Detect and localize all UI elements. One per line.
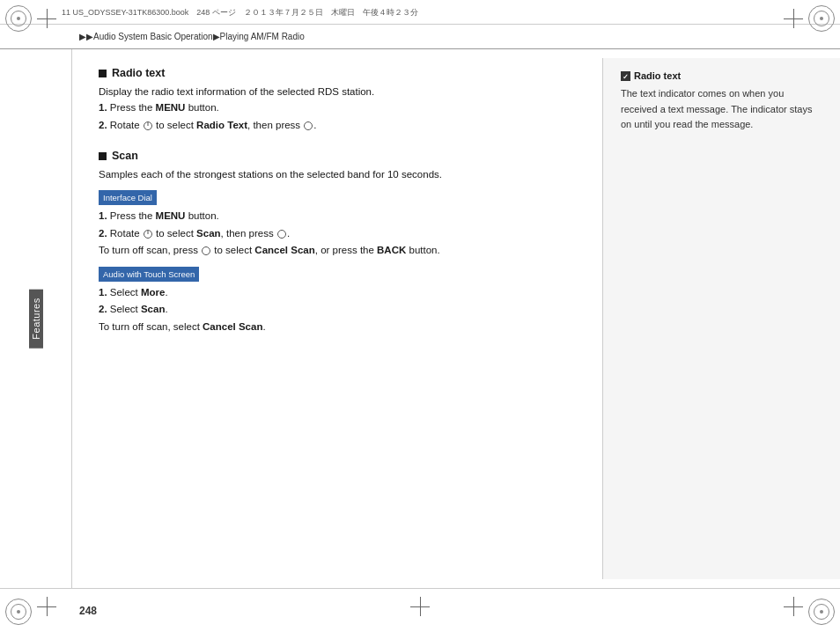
right-note-title: ✓ Radio text <box>621 70 822 81</box>
checkbox-icon: ✓ <box>621 71 630 81</box>
radio-text-title: Radio text <box>112 67 165 79</box>
corner-dot-bottom-right <box>820 610 823 614</box>
radio-text-section: Radio text Display the radio text inform… <box>99 67 586 134</box>
radio-text-intro: Display the radio text information of th… <box>99 84 586 99</box>
scan-touch-step1: 1. Select More. <box>99 284 586 302</box>
main-content: Radio text Display the radio text inform… <box>72 49 840 588</box>
press-icon-cancel <box>202 246 210 255</box>
corner-circle-inner-bottom-right <box>814 604 829 620</box>
radio-text-heading: Radio text <box>99 67 586 79</box>
scan-interface-step1: 1. Press the MENU button. <box>99 208 586 225</box>
radio-text-body: Display the radio text information of th… <box>99 84 586 134</box>
scan-interface-step2: 2. Rotate to select Scan, then press . <box>99 225 586 243</box>
scan-touch-cancel: To turn off scan, select Cancel Scan. <box>99 319 586 336</box>
file-info-text: 11 US_ODYSSEY-31TK86300.book 248 ページ ２０１… <box>62 6 418 18</box>
corner-circle-inner-bottom-left <box>11 604 26 620</box>
left-column: Radio text Display the radio text inform… <box>72 49 602 588</box>
corner-circle-bottom-right <box>808 599 835 625</box>
press-icon <box>304 121 313 130</box>
scan-touch-step2: 2. Select Scan. <box>99 301 586 319</box>
top-strip: 11 US_ODYSSEY-31TK86300.book 248 ページ ２０１… <box>0 0 840 25</box>
scan-title: Scan <box>112 150 138 162</box>
black-square-icon <box>99 70 107 77</box>
press-icon-scan <box>277 230 286 239</box>
scan-heading: Scan <box>99 150 586 162</box>
radio-text-step1: 1. Press the MENU button. <box>99 99 586 117</box>
scan-section: Scan Samples each of the strongest stati… <box>99 150 586 335</box>
scan-intro: Samples each of the strongest stations o… <box>99 166 586 182</box>
touch-screen-badge: Audio with Touch Screen <box>99 267 199 282</box>
breadcrumb-bar: ▶▶Audio System Basic Operation▶Playing A… <box>0 25 840 49</box>
crosshair-bottom-left-icon <box>37 597 56 616</box>
breadcrumb-text: ▶▶Audio System Basic Operation▶Playing A… <box>79 32 305 41</box>
radio-text-step2: 2. Rotate to select Radio Text, then pre… <box>99 117 586 135</box>
interface-dial-badge: Interface Dial <box>99 190 157 205</box>
page-container: 11 US_ODYSSEY-31TK86300.book 248 ページ ２０１… <box>0 0 840 632</box>
crosshair-bottom-center-icon <box>410 597 430 616</box>
features-label: Features <box>29 289 43 348</box>
crosshair-bottom-right-icon <box>784 597 803 616</box>
corner-circle-bottom-left <box>5 599 32 625</box>
corner-dot-bottom-left <box>17 610 20 614</box>
right-note-title-text: Radio text <box>634 70 681 81</box>
dial-icon <box>144 121 152 130</box>
right-note-body: The text indicator comes on when you rec… <box>621 86 822 133</box>
bottom-strip: 248 <box>0 588 840 632</box>
dial-icon-scan <box>144 230 152 239</box>
scan-interface-cancel: To turn off scan, press to select Cancel… <box>99 242 586 260</box>
page-number: 248 <box>79 605 97 617</box>
corner-dot-top-right <box>820 17 823 20</box>
left-sidebar-tab: Features <box>0 49 72 588</box>
corner-dot-top-left <box>17 17 20 20</box>
right-column: ✓ Radio text The text indicator comes on… <box>602 58 840 579</box>
black-square-scan-icon <box>99 152 107 160</box>
scan-body: Samples each of the strongest stations o… <box>99 166 586 335</box>
